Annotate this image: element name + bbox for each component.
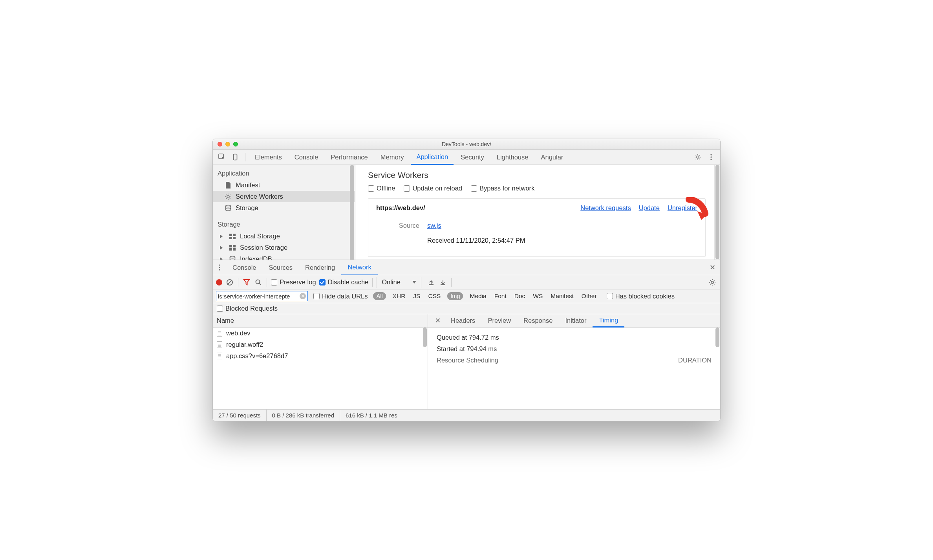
tab-lighthouse[interactable]: Lighthouse bbox=[491, 150, 534, 165]
drawer-tab-console[interactable]: Console bbox=[226, 260, 263, 275]
tab-security[interactable]: Security bbox=[455, 150, 490, 165]
filter-type-manifest[interactable]: Manifest bbox=[549, 293, 575, 300]
request-row[interactable]: web.dev bbox=[213, 328, 428, 339]
service-workers-pane: Service Workers Offline Update on reload… bbox=[355, 165, 720, 260]
svg-rect-14 bbox=[233, 245, 236, 247]
throttling-select[interactable]: Online bbox=[377, 277, 421, 288]
record-button[interactable] bbox=[216, 279, 222, 285]
tab-angular[interactable]: Angular bbox=[535, 150, 569, 165]
detail-tab-initiator[interactable]: Initiator bbox=[559, 314, 593, 328]
svg-point-21 bbox=[219, 269, 220, 270]
content-scrollbar[interactable] bbox=[714, 165, 720, 260]
svg-rect-13 bbox=[229, 245, 232, 247]
expand-triangle-icon bbox=[220, 246, 223, 250]
filter-type-media[interactable]: Media bbox=[468, 293, 487, 300]
search-icon[interactable] bbox=[254, 279, 263, 286]
filter-type-img[interactable]: Img bbox=[447, 292, 463, 300]
database-icon bbox=[225, 205, 232, 212]
filter-type-xhr[interactable]: XHR bbox=[391, 293, 407, 300]
hide-data-urls-checkbox[interactable]: Hide data URLs bbox=[313, 293, 368, 300]
detail-tab-timing[interactable]: Timing bbox=[593, 314, 624, 328]
filter-type-other[interactable]: Other bbox=[580, 293, 598, 300]
origin-label: https://web.dev/ bbox=[376, 204, 425, 212]
drawer-tab-rendering[interactable]: Rendering bbox=[299, 260, 341, 275]
detail-tab-headers[interactable]: Headers bbox=[445, 314, 481, 328]
sidebar-item-storage[interactable]: Storage bbox=[213, 202, 355, 214]
svg-point-2 bbox=[235, 159, 235, 159]
kebab-menu-icon[interactable] bbox=[705, 151, 717, 163]
tab-performance[interactable]: Performance bbox=[325, 150, 373, 165]
filter-type-font[interactable]: Font bbox=[493, 293, 508, 300]
request-row[interactable]: app.css?v=6e2768d7 bbox=[213, 350, 428, 362]
drawer-tab-network[interactable]: Network bbox=[341, 260, 378, 276]
sidebar-item-label: Manifest bbox=[236, 181, 260, 189]
filter-type-doc[interactable]: Doc bbox=[513, 293, 527, 300]
blocked-requests-checkbox[interactable]: Blocked Requests bbox=[217, 305, 278, 312]
unregister-link[interactable]: Unregister bbox=[668, 204, 697, 212]
network-settings-gear-icon[interactable] bbox=[708, 278, 716, 286]
svg-rect-15 bbox=[229, 248, 232, 251]
filter-funnel-icon[interactable] bbox=[242, 279, 251, 286]
preserve-log-checkbox[interactable]: Preserve log bbox=[271, 278, 316, 286]
offline-checkbox[interactable]: Offline bbox=[368, 185, 395, 192]
upload-icon[interactable] bbox=[427, 279, 435, 286]
top-toolbar: Elements Console Performance Memory Appl… bbox=[213, 150, 720, 165]
update-link[interactable]: Update bbox=[639, 204, 660, 212]
detail-scrollbar[interactable] bbox=[715, 328, 719, 347]
svg-point-24 bbox=[256, 280, 260, 284]
sidebar-item-local-storage[interactable]: Local Storage bbox=[213, 231, 355, 242]
received-at: Received 11/11/2020, 2:54:47 PM bbox=[427, 237, 525, 244]
svg-point-3 bbox=[697, 156, 699, 158]
svg-point-5 bbox=[710, 156, 712, 157]
timing-queued: Queued at 794.72 ms bbox=[437, 334, 712, 341]
svg-point-8 bbox=[226, 205, 231, 207]
tab-application[interactable]: Application bbox=[411, 150, 454, 165]
sidebar-item-session-storage[interactable]: Session Storage bbox=[213, 242, 355, 253]
expand-triangle-icon bbox=[220, 234, 223, 238]
bypass-for-network-checkbox[interactable]: Bypass for network bbox=[471, 185, 534, 192]
svg-rect-16 bbox=[233, 248, 236, 251]
sidebar-item-indexeddb[interactable]: IndexedDB bbox=[213, 253, 355, 260]
filter-type-ws[interactable]: WS bbox=[532, 293, 544, 300]
drawer-kebab-icon[interactable] bbox=[213, 264, 226, 271]
filter-type-all[interactable]: All bbox=[373, 292, 386, 300]
file-icon bbox=[217, 353, 222, 359]
update-on-reload-checkbox[interactable]: Update on reload bbox=[404, 185, 462, 192]
tab-elements[interactable]: Elements bbox=[249, 150, 287, 165]
sidebar-item-label: Storage bbox=[236, 204, 258, 212]
sidebar-scrollbar[interactable] bbox=[349, 165, 355, 260]
drawer-close-icon[interactable]: ✕ bbox=[710, 263, 715, 272]
application-sidebar: Application Manifest Service Workers Sto… bbox=[213, 165, 355, 260]
gear-icon bbox=[225, 193, 232, 200]
device-toggle-icon[interactable] bbox=[229, 151, 241, 163]
filter-type-css[interactable]: CSS bbox=[427, 293, 442, 300]
detail-tab-preview[interactable]: Preview bbox=[481, 314, 517, 328]
tab-console[interactable]: Console bbox=[289, 150, 324, 165]
inspect-element-icon[interactable] bbox=[216, 151, 228, 163]
requests-header-name[interactable]: Name bbox=[213, 314, 428, 328]
svg-rect-9 bbox=[229, 234, 232, 236]
disable-cache-checkbox[interactable]: Disable cache bbox=[319, 278, 369, 286]
download-icon[interactable] bbox=[439, 279, 447, 286]
drawer-tab-sources[interactable]: Sources bbox=[263, 260, 299, 275]
duration-header: DURATION bbox=[678, 357, 712, 364]
requests-scrollbar[interactable] bbox=[423, 328, 427, 347]
sidebar-item-manifest[interactable]: Manifest bbox=[213, 179, 355, 191]
requests-table: Name web.dev regular.woff2 app.css?v=6e2… bbox=[213, 314, 428, 409]
pane-title: Service Workers bbox=[368, 170, 706, 180]
clear-filter-icon[interactable]: ✕ bbox=[300, 293, 306, 299]
sidebar-item-service-workers[interactable]: Service Workers bbox=[213, 191, 355, 202]
filter-input[interactable]: is:service-worker-intercepte ✕ bbox=[216, 291, 308, 301]
has-blocked-cookies-checkbox[interactable]: Has blocked cookies bbox=[607, 293, 675, 300]
filter-type-js[interactable]: JS bbox=[412, 293, 421, 300]
network-requests-link[interactable]: Network requests bbox=[580, 204, 631, 212]
clear-log-icon[interactable] bbox=[225, 278, 234, 286]
tab-memory[interactable]: Memory bbox=[375, 150, 410, 165]
svg-line-25 bbox=[260, 283, 262, 285]
detail-close-icon[interactable]: ✕ bbox=[431, 317, 445, 325]
source-file-link[interactable]: sw.js bbox=[427, 222, 441, 229]
detail-tab-response[interactable]: Response bbox=[517, 314, 559, 328]
service-worker-registration: https://web.dev/ Network requests Update… bbox=[368, 198, 706, 257]
settings-gear-icon[interactable] bbox=[692, 151, 704, 163]
request-row[interactable]: regular.woff2 bbox=[213, 339, 428, 350]
